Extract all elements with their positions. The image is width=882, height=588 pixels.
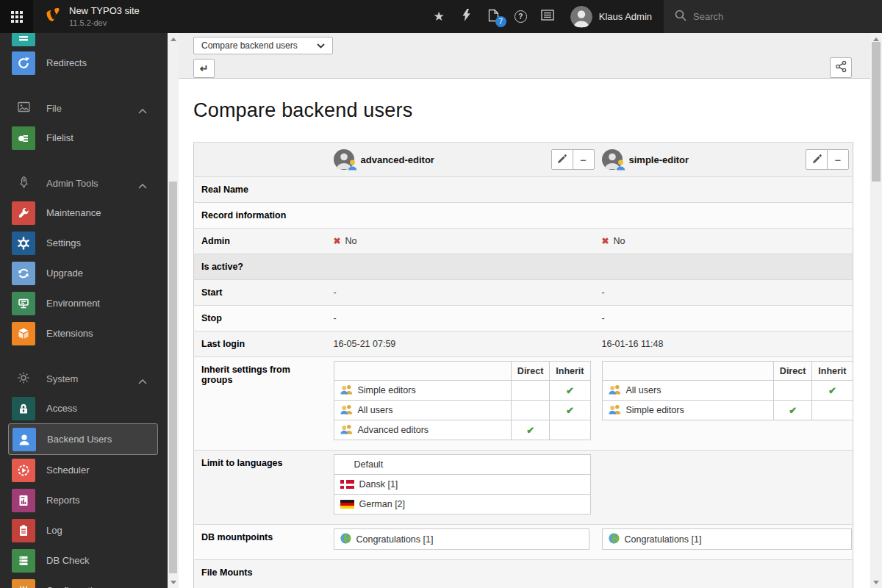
table-row-db-mountpoints: DB mountpoints Congratulations [1] Congr…: [194, 525, 853, 560]
table-row-last-login: Last login 16-05-21 07:59 16-01-16 11:48: [194, 331, 853, 357]
sidebar-section-file[interactable]: File: [0, 93, 168, 123]
scrollbar-up-arrow[interactable]: [168, 35, 179, 43]
user2-db-mountpoint: Congratulations [1]: [602, 528, 852, 550]
rocket-icon: [18, 176, 30, 190]
user-avatar: [570, 6, 592, 28]
records-icon: [12, 33, 35, 46]
row-label: Real Name: [194, 177, 330, 203]
table-row-start: Start - -: [194, 280, 853, 306]
user1-avatar: [334, 149, 354, 170]
usergroup-icon: [340, 404, 353, 417]
sidebar-item-label: Extensions: [46, 328, 93, 339]
sidebar-item-label: Filelist: [46, 132, 74, 143]
group-name: All users: [358, 405, 393, 415]
stop-value: -: [330, 306, 598, 331]
content-scrollbar-thumb[interactable]: [872, 42, 881, 182]
edit-user2-button[interactable]: [806, 149, 828, 170]
sidebar-item-scheduler[interactable]: Scheduler: [0, 455, 168, 485]
minus-icon: −: [580, 154, 587, 166]
table-row-inherit-groups: Inherit settings from groups DirectInher…: [194, 357, 853, 451]
doc-header: Compare backend users ↵: [179, 33, 870, 79]
module-function-select[interactable]: Compare backend users: [193, 37, 333, 54]
system-information-button[interactable]: [534, 0, 562, 33]
user-name: Klaus Admin: [599, 11, 652, 22]
usergroup-icon: [340, 424, 353, 437]
search-bar: [664, 0, 882, 33]
sidebar-section-admin-tools[interactable]: Admin Tools: [0, 168, 168, 198]
sidebar-item-backend-users[interactable]: Backend Users: [8, 423, 158, 455]
sidebar-section-system[interactable]: System: [0, 364, 168, 393]
help-button[interactable]: ?: [507, 0, 534, 33]
user1-languages-table: Default Dansk [1] German [2]: [334, 454, 591, 514]
share-icon: [835, 60, 847, 75]
opendocs-count-badge: 7: [495, 16, 506, 27]
sidebar-item-db-check[interactable]: DB Check: [0, 545, 168, 576]
chevron-down-icon: [317, 40, 325, 51]
user-menu-button[interactable]: Klaus Admin: [562, 0, 664, 33]
sidebar-item-upgrade[interactable]: Upgrade: [0, 258, 168, 288]
scrollbar-down-arrow[interactable]: [870, 578, 881, 587]
content-scrollbar[interactable]: [870, 33, 882, 588]
chevron-up-icon: [138, 180, 147, 191]
pencil-icon: [812, 154, 822, 166]
table-row-admin: Admin ✖No ✖No: [194, 229, 853, 254]
group-name: All users: [626, 385, 662, 395]
scrollbar-down-arrow[interactable]: [168, 578, 179, 587]
gear-icon: [12, 232, 35, 255]
edit-user1-button[interactable]: [551, 149, 573, 170]
sidebar-item-settings[interactable]: Settings: [0, 228, 168, 258]
direct-check: ✔: [526, 425, 534, 436]
row-label: Is active?: [194, 254, 330, 280]
module-function-label: Compare backend users: [201, 40, 298, 51]
lightning-icon: [462, 9, 470, 24]
row-label: Limit to languages: [194, 451, 330, 525]
table-row-real-name: Real Name: [194, 177, 853, 203]
lock-icon: [12, 397, 35, 420]
language-name: German [2]: [359, 499, 406, 509]
sidebar-item-configuration[interactable]: Configuration: [0, 576, 168, 588]
sidebar-item-label: Redirects: [46, 57, 87, 68]
user1-groups-table: DirectInherit Simple editors ✔ All users…: [334, 361, 591, 440]
language-name: Default: [354, 459, 384, 470]
usergroup-icon: [609, 384, 621, 397]
group-row: Simple editors ✔: [602, 401, 853, 420]
mountpoint-name: Congratulations [1]: [625, 534, 702, 545]
sidebar-item-cut[interactable]: [0, 33, 168, 46]
table-row-file-mounts: File Mounts: [194, 560, 853, 588]
sidebar-scrollbar-thumb[interactable]: [169, 182, 177, 573]
database-icon: [12, 549, 35, 573]
sidebar-scrollbar[interactable]: [168, 33, 179, 588]
start-value: -: [598, 280, 853, 306]
module-sidebar: Redirects File Filelist Admin Tools Main…: [0, 33, 168, 588]
sidebar-item-log[interactable]: Log: [0, 515, 168, 545]
share-button[interactable]: [830, 57, 852, 78]
module-menu-button[interactable]: [0, 0, 33, 33]
column-header-direct: Direct: [511, 362, 549, 381]
bookmarks-button[interactable]: ★: [426, 0, 453, 33]
sidebar-item-maintenance[interactable]: Maintenance: [0, 198, 168, 228]
page-title: Compare backend users: [193, 99, 853, 122]
row-label: Admin: [194, 229, 330, 254]
sidebar-item-label: Log: [46, 525, 62, 536]
sidebar-item-redirects[interactable]: Redirects: [0, 48, 168, 78]
filelist-icon: [12, 126, 35, 150]
go-back-button[interactable]: ↵: [193, 59, 215, 78]
opendocs-button[interactable]: 7: [480, 0, 507, 33]
sidebar-item-extensions[interactable]: Extensions: [0, 318, 168, 348]
direct-check: ✔: [789, 405, 797, 416]
sidebar-item-reports[interactable]: Reports: [0, 485, 168, 515]
group-name: Simple editors: [626, 405, 684, 415]
typo3-logo-icon: [43, 7, 61, 27]
sidebar-item-environment[interactable]: Environment: [0, 288, 168, 318]
site-version: 11.5.2-dev: [69, 18, 140, 28]
remove-user2-button[interactable]: −: [827, 149, 849, 170]
clear-cache-button[interactable]: [453, 0, 480, 33]
empty-corner-cell: [194, 143, 330, 177]
search-input[interactable]: [693, 11, 855, 22]
remove-user1-button[interactable]: −: [573, 149, 595, 170]
sidebar-item-filelist[interactable]: Filelist: [0, 123, 168, 153]
user2-avatar: [602, 149, 623, 170]
sidebar-item-label: DB Check: [46, 555, 90, 566]
sidebar-item-label: Maintenance: [46, 207, 101, 218]
sidebar-item-access[interactable]: Access: [0, 393, 168, 423]
